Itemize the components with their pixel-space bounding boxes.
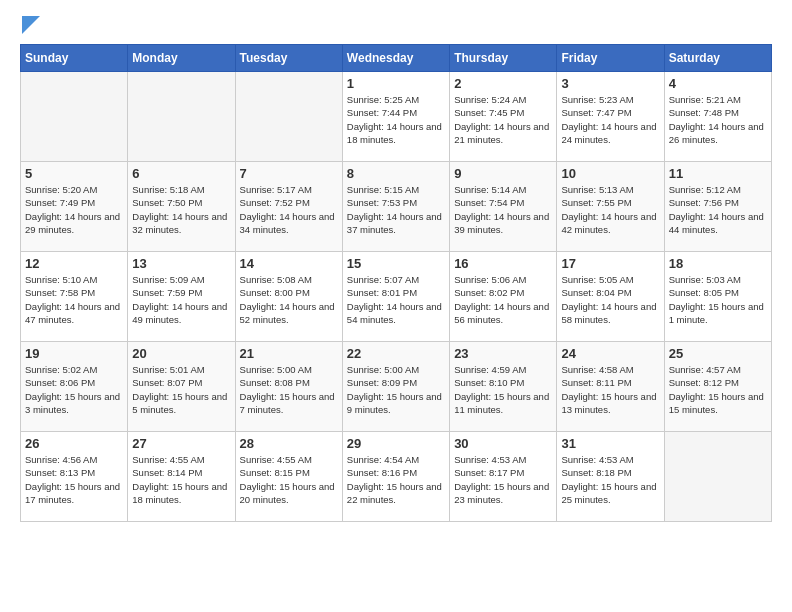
day-cell: 1 Sunrise: 5:25 AMSunset: 7:44 PMDayligh… (342, 72, 449, 162)
day-info: Sunrise: 5:00 AMSunset: 8:09 PMDaylight:… (347, 363, 445, 416)
day-info: Sunrise: 5:14 AMSunset: 7:54 PMDaylight:… (454, 183, 552, 236)
svg-marker-0 (22, 16, 40, 34)
day-number: 15 (347, 256, 445, 271)
day-info: Sunrise: 4:56 AMSunset: 8:13 PMDaylight:… (25, 453, 123, 506)
page-header (20, 20, 772, 34)
week-row-1: 1 Sunrise: 5:25 AMSunset: 7:44 PMDayligh… (21, 72, 772, 162)
day-info: Sunrise: 5:06 AMSunset: 8:02 PMDaylight:… (454, 273, 552, 326)
header-cell-sunday: Sunday (21, 45, 128, 72)
day-cell: 28 Sunrise: 4:55 AMSunset: 8:15 PMDaylig… (235, 432, 342, 522)
day-cell: 13 Sunrise: 5:09 AMSunset: 7:59 PMDaylig… (128, 252, 235, 342)
day-info: Sunrise: 4:59 AMSunset: 8:10 PMDaylight:… (454, 363, 552, 416)
day-number: 27 (132, 436, 230, 451)
day-cell (21, 72, 128, 162)
day-cell: 7 Sunrise: 5:17 AMSunset: 7:52 PMDayligh… (235, 162, 342, 252)
day-cell: 21 Sunrise: 5:00 AMSunset: 8:08 PMDaylig… (235, 342, 342, 432)
day-info: Sunrise: 5:15 AMSunset: 7:53 PMDaylight:… (347, 183, 445, 236)
day-info: Sunrise: 4:55 AMSunset: 8:14 PMDaylight:… (132, 453, 230, 506)
day-cell: 24 Sunrise: 4:58 AMSunset: 8:11 PMDaylig… (557, 342, 664, 432)
day-number: 17 (561, 256, 659, 271)
day-cell: 8 Sunrise: 5:15 AMSunset: 7:53 PMDayligh… (342, 162, 449, 252)
day-cell: 26 Sunrise: 4:56 AMSunset: 8:13 PMDaylig… (21, 432, 128, 522)
day-number: 20 (132, 346, 230, 361)
day-info: Sunrise: 5:25 AMSunset: 7:44 PMDaylight:… (347, 93, 445, 146)
day-cell: 12 Sunrise: 5:10 AMSunset: 7:58 PMDaylig… (21, 252, 128, 342)
day-info: Sunrise: 4:53 AMSunset: 8:18 PMDaylight:… (561, 453, 659, 506)
day-info: Sunrise: 4:57 AMSunset: 8:12 PMDaylight:… (669, 363, 767, 416)
day-info: Sunrise: 5:07 AMSunset: 8:01 PMDaylight:… (347, 273, 445, 326)
header-cell-thursday: Thursday (450, 45, 557, 72)
day-info: Sunrise: 5:03 AMSunset: 8:05 PMDaylight:… (669, 273, 767, 326)
day-info: Sunrise: 5:18 AMSunset: 7:50 PMDaylight:… (132, 183, 230, 236)
day-cell: 27 Sunrise: 4:55 AMSunset: 8:14 PMDaylig… (128, 432, 235, 522)
day-number: 29 (347, 436, 445, 451)
header-cell-friday: Friday (557, 45, 664, 72)
logo (20, 20, 40, 34)
day-cell: 4 Sunrise: 5:21 AMSunset: 7:48 PMDayligh… (664, 72, 771, 162)
day-number: 6 (132, 166, 230, 181)
day-number: 5 (25, 166, 123, 181)
day-info: Sunrise: 4:54 AMSunset: 8:16 PMDaylight:… (347, 453, 445, 506)
day-number: 18 (669, 256, 767, 271)
week-row-2: 5 Sunrise: 5:20 AMSunset: 7:49 PMDayligh… (21, 162, 772, 252)
day-cell: 17 Sunrise: 5:05 AMSunset: 8:04 PMDaylig… (557, 252, 664, 342)
day-number: 23 (454, 346, 552, 361)
day-cell (664, 432, 771, 522)
day-cell: 29 Sunrise: 4:54 AMSunset: 8:16 PMDaylig… (342, 432, 449, 522)
day-cell: 6 Sunrise: 5:18 AMSunset: 7:50 PMDayligh… (128, 162, 235, 252)
day-number: 25 (669, 346, 767, 361)
day-info: Sunrise: 5:17 AMSunset: 7:52 PMDaylight:… (240, 183, 338, 236)
day-cell: 10 Sunrise: 5:13 AMSunset: 7:55 PMDaylig… (557, 162, 664, 252)
day-info: Sunrise: 5:01 AMSunset: 8:07 PMDaylight:… (132, 363, 230, 416)
day-info: Sunrise: 5:20 AMSunset: 7:49 PMDaylight:… (25, 183, 123, 236)
day-cell: 14 Sunrise: 5:08 AMSunset: 8:00 PMDaylig… (235, 252, 342, 342)
day-number: 30 (454, 436, 552, 451)
day-info: Sunrise: 5:09 AMSunset: 7:59 PMDaylight:… (132, 273, 230, 326)
day-number: 14 (240, 256, 338, 271)
week-row-5: 26 Sunrise: 4:56 AMSunset: 8:13 PMDaylig… (21, 432, 772, 522)
day-number: 16 (454, 256, 552, 271)
calendar-table: SundayMondayTuesdayWednesdayThursdayFrid… (20, 44, 772, 522)
day-cell: 31 Sunrise: 4:53 AMSunset: 8:18 PMDaylig… (557, 432, 664, 522)
header-row: SundayMondayTuesdayWednesdayThursdayFrid… (21, 45, 772, 72)
day-cell: 20 Sunrise: 5:01 AMSunset: 8:07 PMDaylig… (128, 342, 235, 432)
day-info: Sunrise: 5:23 AMSunset: 7:47 PMDaylight:… (561, 93, 659, 146)
day-info: Sunrise: 4:58 AMSunset: 8:11 PMDaylight:… (561, 363, 659, 416)
day-number: 21 (240, 346, 338, 361)
day-number: 19 (25, 346, 123, 361)
day-cell: 9 Sunrise: 5:14 AMSunset: 7:54 PMDayligh… (450, 162, 557, 252)
week-row-3: 12 Sunrise: 5:10 AMSunset: 7:58 PMDaylig… (21, 252, 772, 342)
header-cell-tuesday: Tuesday (235, 45, 342, 72)
day-info: Sunrise: 5:12 AMSunset: 7:56 PMDaylight:… (669, 183, 767, 236)
day-number: 9 (454, 166, 552, 181)
header-cell-monday: Monday (128, 45, 235, 72)
day-number: 11 (669, 166, 767, 181)
day-number: 1 (347, 76, 445, 91)
day-cell: 23 Sunrise: 4:59 AMSunset: 8:10 PMDaylig… (450, 342, 557, 432)
day-number: 31 (561, 436, 659, 451)
day-cell: 11 Sunrise: 5:12 AMSunset: 7:56 PMDaylig… (664, 162, 771, 252)
day-number: 10 (561, 166, 659, 181)
day-info: Sunrise: 4:53 AMSunset: 8:17 PMDaylight:… (454, 453, 552, 506)
day-cell: 2 Sunrise: 5:24 AMSunset: 7:45 PMDayligh… (450, 72, 557, 162)
day-number: 24 (561, 346, 659, 361)
day-number: 3 (561, 76, 659, 91)
day-cell: 19 Sunrise: 5:02 AMSunset: 8:06 PMDaylig… (21, 342, 128, 432)
header-cell-saturday: Saturday (664, 45, 771, 72)
day-cell: 5 Sunrise: 5:20 AMSunset: 7:49 PMDayligh… (21, 162, 128, 252)
logo-icon (22, 16, 40, 34)
day-number: 28 (240, 436, 338, 451)
day-cell: 3 Sunrise: 5:23 AMSunset: 7:47 PMDayligh… (557, 72, 664, 162)
day-info: Sunrise: 5:21 AMSunset: 7:48 PMDaylight:… (669, 93, 767, 146)
day-cell: 25 Sunrise: 4:57 AMSunset: 8:12 PMDaylig… (664, 342, 771, 432)
day-cell (235, 72, 342, 162)
day-number: 22 (347, 346, 445, 361)
day-cell: 22 Sunrise: 5:00 AMSunset: 8:09 PMDaylig… (342, 342, 449, 432)
day-number: 2 (454, 76, 552, 91)
day-number: 13 (132, 256, 230, 271)
day-number: 26 (25, 436, 123, 451)
day-cell: 30 Sunrise: 4:53 AMSunset: 8:17 PMDaylig… (450, 432, 557, 522)
day-cell: 16 Sunrise: 5:06 AMSunset: 8:02 PMDaylig… (450, 252, 557, 342)
day-cell (128, 72, 235, 162)
day-info: Sunrise: 4:55 AMSunset: 8:15 PMDaylight:… (240, 453, 338, 506)
